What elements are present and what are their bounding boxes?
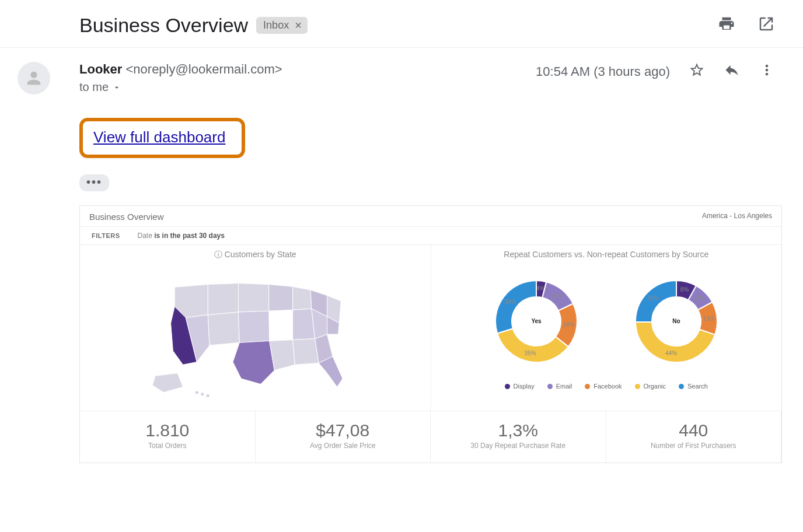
slice-pct-label: 18% — [563, 321, 574, 328]
filters-row: FILTERS Date is in the past 30 days — [80, 227, 781, 245]
donuts-row: 4%14%18%35%30%Yes 8%9%13%44%25%No — [438, 262, 775, 379]
svg-point-0 — [195, 391, 199, 394]
sender-name: Looker — [79, 62, 122, 76]
legend-item: Search — [679, 383, 708, 390]
slice-pct-label: 9% — [695, 295, 704, 302]
filters-label: FILTERS — [92, 232, 120, 239]
kpi-value: $47,08 — [260, 421, 426, 440]
kpi-label: 30 Day Repeat Purchase Rate — [435, 442, 601, 450]
email-body: View full dashboard ••• — [0, 94, 803, 191]
to-line[interactable]: to me — [79, 80, 780, 94]
donut-yes: 4%14%18%35%30%Yes — [478, 266, 595, 379]
filter-text: Date is in the past 30 days — [138, 232, 225, 240]
sender-row: Looker <noreply@lookermail.com> to me 10… — [0, 48, 803, 94]
sender-email: <noreply@lookermail.com> — [125, 62, 282, 76]
dashboard-title: Business Overview — [89, 212, 164, 222]
dashboard-header: Business Overview America - Los Angeles — [80, 206, 781, 227]
donut-center-label: No — [672, 318, 680, 324]
slice-pct-label: 4% — [536, 285, 544, 292]
dashboard-timezone: America - Los Angeles — [702, 212, 772, 222]
kpi-value: 440 — [611, 421, 777, 440]
slice-pct-label: 14% — [551, 293, 563, 299]
to-label: to me — [79, 80, 109, 94]
donut-no: 8%9%13%44%25%No — [618, 266, 735, 379]
slice-pct-label: 8% — [680, 286, 689, 293]
donut-center-label: Yes — [531, 318, 542, 324]
slice-pct-label: 44% — [665, 350, 677, 356]
more-icon[interactable] — [759, 62, 775, 82]
map-panel-title: ⓘ Customers by State — [87, 250, 424, 260]
star-icon[interactable] — [689, 62, 705, 82]
chart-legend: DisplayEmailFacebookOrganicSearch — [438, 383, 775, 390]
kpi-label: Total Orders — [85, 442, 250, 450]
legend-item: Facebook — [585, 383, 622, 390]
kpi-card: 1,3%30 Day Repeat Purchase Rate — [431, 411, 606, 463]
highlighted-link-box: View full dashboard — [79, 118, 245, 158]
slice-pct-label: 25% — [647, 295, 659, 302]
slice-pct-label: 35% — [524, 350, 536, 356]
kpi-card: $47,08Avg Order Sale Price — [256, 411, 431, 463]
donuts-panel-title: Repeat Customers vs. Non-repeat Customer… — [438, 250, 775, 259]
timestamp: 10:54 AM (3 hours ago) — [536, 64, 670, 79]
legend-item: Email — [547, 383, 572, 390]
email-subject-row: Business Overview Inbox × — [0, 0, 803, 48]
kpi-label: Avg Order Sale Price — [260, 442, 426, 450]
panels-row: ⓘ Customers by State — [80, 245, 781, 411]
donuts-panel: Repeat Customers vs. Non-repeat Customer… — [431, 245, 782, 411]
map-panel: ⓘ Customers by State — [80, 245, 431, 411]
close-icon[interactable]: × — [291, 19, 305, 32]
kpi-card: 1.810Total Orders — [80, 411, 256, 463]
slice-pct-label: 30% — [504, 299, 516, 305]
legend-item: Organic — [635, 383, 666, 390]
donut-slice — [495, 281, 536, 333]
reply-icon[interactable] — [724, 62, 740, 82]
kpi-row: 1.810Total Orders$47,08Avg Order Sale Pr… — [80, 411, 781, 463]
meta-col: 10:54 AM (3 hours ago) — [536, 62, 775, 82]
header-actions — [718, 15, 775, 35]
avatar[interactable] — [18, 62, 50, 94]
print-icon[interactable] — [718, 15, 735, 35]
kpi-card: 440Number of First Purchasers — [606, 411, 782, 463]
view-full-dashboard-link[interactable]: View full dashboard — [93, 128, 225, 146]
us-map — [87, 264, 424, 405]
expand-trimmed-icon[interactable]: ••• — [79, 174, 109, 191]
kpi-value: 1.810 — [85, 421, 250, 440]
slice-pct-label: 13% — [703, 316, 715, 322]
kpi-value: 1,3% — [435, 421, 601, 440]
folder-badge-label: Inbox — [263, 19, 289, 32]
svg-point-2 — [207, 394, 210, 398]
svg-point-1 — [201, 393, 204, 396]
folder-badge[interactable]: Inbox × — [256, 17, 308, 34]
chevron-down-icon — [112, 83, 121, 92]
legend-item: Display — [505, 383, 535, 390]
kpi-label: Number of First Purchasers — [611, 442, 777, 450]
open-new-window-icon[interactable] — [757, 15, 775, 35]
email-subject: Business Overview — [79, 14, 248, 37]
dashboard-preview: Business Overview America - Los Angeles … — [79, 205, 782, 463]
